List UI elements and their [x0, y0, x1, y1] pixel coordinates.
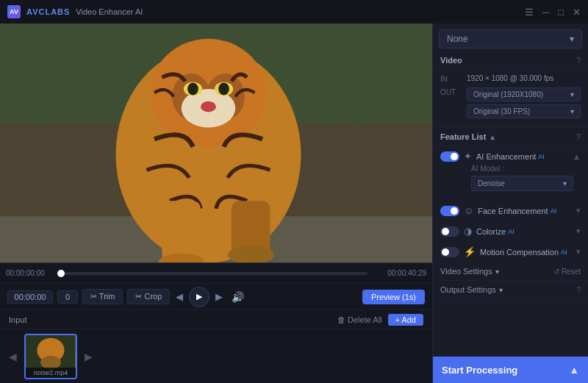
ai-badge-3: AI	[561, 248, 567, 256]
input-section: Input 🗑 Delete All + Add ◀	[0, 309, 432, 383]
motion-compensation-toggle[interactable]	[440, 247, 459, 257]
main-layout: 00:00:00:00 00:00:40:29 ✂ Trim ✂ Crop ◀ …	[0, 24, 588, 383]
out-label: OUT	[440, 87, 461, 96]
video-out-row: OUT Original (1920X1080) ▾ Original (30 …	[440, 87, 581, 118]
motion-compensation-name: Motion Compensation AI	[480, 248, 572, 257]
ai-badge-1: AI	[551, 207, 557, 215]
video-settings-label: Video Settings ▾	[440, 267, 499, 276]
output-settings-chevron-icon: ▾	[499, 286, 503, 294]
ai-enhancement-chevron-icon[interactable]: ▲	[573, 152, 581, 161]
minimize-icon[interactable]: ─	[542, 7, 549, 18]
thumb-image	[26, 335, 76, 369]
ai-enhancement-toggle[interactable]	[440, 151, 459, 162]
scrubber[interactable]	[61, 272, 368, 275]
video-section-title: Video	[440, 56, 462, 65]
ai-badge-2: AI	[508, 228, 514, 235]
feature-item-face-enhancement: ☺ Face Enhancement AI ▾	[433, 201, 588, 221]
toggle-thumb-motion	[442, 248, 449, 256]
feature-header-ai: ✦ AI Enhancement AI ▲	[440, 151, 581, 162]
right-panel: None ▾ Video ? IN 1920 × 1080 @ 30.000 f…	[432, 24, 588, 383]
face-enhancement-chevron-icon[interactable]: ▾	[576, 206, 581, 215]
start-processing-button[interactable]: Start Processing ▲	[433, 357, 588, 383]
toggle-thumb	[451, 153, 458, 160]
maximize-icon[interactable]: □	[558, 7, 564, 18]
scrubber-thumb[interactable]	[57, 270, 65, 277]
noise-overlay	[0, 24, 432, 262]
files-prev-arrow[interactable]: ◀	[6, 351, 20, 362]
video-help-icon[interactable]: ?	[576, 56, 581, 65]
file-name-label: noise2.mp4	[26, 368, 76, 378]
fps-dropdown[interactable]: Original (30 FPS) ▾	[467, 104, 581, 118]
file-thumbnail[interactable]: noise2.mp4	[24, 334, 77, 379]
face-enhancement-name: Face Enhancement AI	[478, 207, 572, 215]
close-icon[interactable]: ✕	[573, 7, 581, 18]
play-button[interactable]: ▶	[189, 287, 209, 307]
motion-compensation-icon: ⚡	[464, 246, 476, 257]
window-controls: ☰ ─ □ ✕	[525, 7, 581, 18]
volume-icon[interactable]: 🔊	[232, 291, 244, 303]
input-header: Input 🗑 Delete All + Add	[0, 310, 432, 329]
feature-list-help-icon[interactable]: ?	[576, 132, 581, 141]
start-processing-label: Start Processing	[442, 365, 517, 376]
colorize-toggle[interactable]	[440, 226, 459, 237]
motion-compensation-chevron-icon[interactable]: ▾	[576, 247, 581, 257]
feature-list-arrow-icon: ▲	[489, 133, 496, 141]
start-processing-chevron-icon: ▲	[569, 364, 579, 376]
controls-bar: ✂ Trim ✂ Crop ◀ ▶ ▶ 🔊 Preview (1s)	[0, 283, 432, 309]
colorize-icon: ◑	[464, 226, 472, 237]
video-area	[0, 24, 432, 262]
colorize-chevron-icon[interactable]: ▾	[576, 226, 581, 236]
toggle-thumb-face	[451, 207, 458, 215]
left-panel: 00:00:00:00 00:00:40:29 ✂ Trim ✂ Crop ◀ …	[0, 24, 432, 383]
output-settings-help-icon[interactable]: ?	[576, 285, 581, 294]
ai-badge-0: AI	[538, 153, 545, 160]
in-label: IN	[440, 74, 461, 83]
input-files-area: ◀ noise2.mp4 ▶	[0, 329, 432, 383]
ai-enhancement-icon: ✦	[464, 151, 472, 162]
files-next-arrow[interactable]: ▶	[82, 351, 96, 362]
resolution-chevron-icon: ▾	[570, 90, 574, 99]
title-bar: AV AVCLABS Video Enhancer AI ☰ ─ □ ✕	[0, 0, 588, 24]
resolution-dropdown[interactable]: Original (1920X1080) ▾	[467, 87, 581, 101]
face-enhancement-toggle[interactable]	[440, 206, 459, 216]
delete-all-button[interactable]: 🗑 Delete All	[337, 315, 381, 324]
video-section-header: Video ?	[433, 51, 588, 70]
output-settings-label: Output Settings ▾	[440, 285, 503, 294]
video-content	[0, 24, 432, 262]
next-frame-button[interactable]: ▶	[214, 291, 224, 302]
prev-frame-button[interactable]: ◀	[174, 291, 184, 302]
ai-model-chevron-icon: ▾	[563, 179, 567, 187]
right-scrollable: Video ? IN 1920 × 1080 @ 30.000 fps OUT …	[433, 51, 588, 357]
reset-button[interactable]: ↺ Reset	[553, 268, 581, 276]
feature-item-ai-enhancement: ✦ AI Enhancement AI ▲ AI Model : Denoise…	[433, 146, 588, 201]
ai-model-value: Denoise	[478, 179, 505, 187]
feature-list-header: Feature List ▲ ?	[433, 128, 588, 146]
video-settings-row: Video Settings ▾ ↺ Reset	[433, 262, 588, 281]
time-input[interactable]	[7, 290, 53, 304]
menu-icon[interactable]: ☰	[525, 7, 534, 18]
app-name: Video Enhancer AI	[76, 7, 143, 16]
trash-icon: 🗑	[337, 315, 345, 324]
video-settings-chevron-icon: ▾	[495, 268, 499, 276]
add-button[interactable]: + Add	[388, 314, 423, 326]
feature-item-motion-compensation: ⚡ Motion Compensation AI ▾	[433, 242, 588, 262]
feature-item-colorize: ◑ Colorize AI ▾	[433, 221, 588, 242]
fps-value: Original (30 FPS)	[473, 107, 530, 115]
ai-model-dropdown[interactable]: Denoise ▾	[471, 176, 573, 191]
input-label: Input	[9, 315, 26, 324]
app-logo: AV	[7, 5, 21, 18]
preset-chevron-icon: ▾	[570, 34, 574, 44]
video-in-row: IN 1920 × 1080 @ 30.000 fps	[440, 74, 581, 83]
reset-icon: ↺	[553, 268, 559, 276]
out-settings: Original (1920X1080) ▾ Original (30 FPS)…	[467, 87, 581, 118]
frame-input[interactable]	[57, 290, 78, 304]
in-value: 1920 × 1080 @ 30.000 fps	[467, 74, 553, 82]
crop-button[interactable]: ✂ Crop	[127, 289, 170, 304]
feature-list-title: Feature List ▲	[440, 132, 496, 141]
feature-header-colorize: ◑ Colorize AI ▾	[440, 226, 581, 237]
preset-dropdown[interactable]: None ▾	[439, 29, 582, 49]
trim-button[interactable]: ✂ Trim	[82, 289, 123, 304]
preset-value: None	[447, 34, 468, 44]
output-settings-row: Output Settings ▾ ?	[433, 281, 588, 299]
preview-button[interactable]: Preview (1s)	[362, 290, 425, 304]
